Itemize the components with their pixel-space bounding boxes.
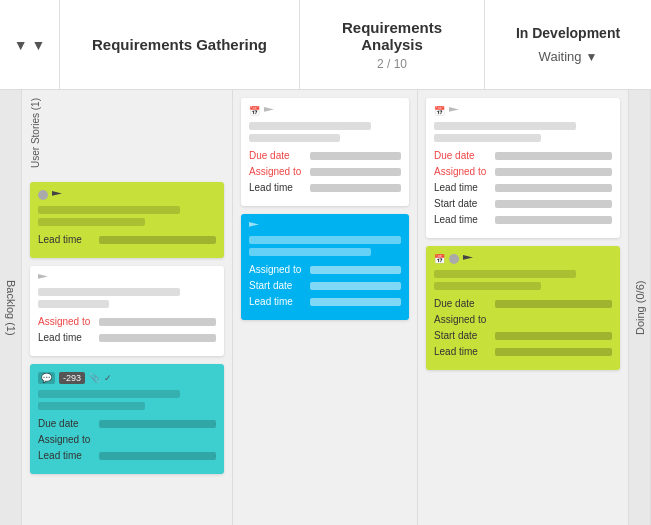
card-1-title-line — [38, 206, 180, 214]
card-4-lead-time: Lead time — [249, 182, 401, 193]
assigned-values-3 — [99, 437, 216, 443]
assigned-value-6 — [495, 168, 612, 176]
lead-time-label: Lead time — [38, 234, 93, 245]
flag7-icon — [463, 255, 473, 263]
start-date-value-7 — [495, 332, 612, 340]
assigned-label-2: Assigned to — [38, 316, 93, 327]
card-6-start-date: Start date — [434, 198, 612, 209]
card-1-lead-time: Lead time — [38, 234, 216, 245]
assigned-label-3: Assigned to — [38, 434, 93, 445]
card-5-assigned: Assigned to — [249, 264, 401, 275]
lead-time-value-4 — [310, 184, 401, 192]
lead-time-value-3 — [99, 452, 216, 460]
due-date-label-3: Due date — [38, 418, 93, 429]
lead-time-label-6b: Lead time — [434, 214, 489, 225]
due-date-label-6: Due date — [434, 150, 489, 161]
card-3-badge: -293 — [59, 372, 85, 384]
start-date-label-6: Start date — [434, 198, 489, 209]
card-4-line1 — [249, 122, 371, 130]
card-7-lead-time: Lead time — [434, 346, 612, 357]
card-5-line1 — [249, 236, 401, 244]
card-3-lead-time: Lead time — [38, 450, 216, 461]
card-5-line2 — [249, 248, 371, 256]
card-6[interactable]: 📅 Due date Assigned to Lead time Start d… — [426, 98, 620, 238]
card-6-lead-time: Lead time — [434, 182, 612, 193]
start-date-label-7: Start date — [434, 330, 489, 341]
card-6-header: 📅 — [434, 106, 612, 116]
start-date-label-5: Start date — [249, 280, 304, 291]
lead-time-value-2 — [99, 334, 216, 342]
flag5-icon — [249, 222, 259, 230]
chevron-left-icon[interactable]: ▼ — [14, 37, 28, 53]
col1-header: Requirements Gathering — [60, 0, 300, 89]
card-3[interactable]: 💬 -293 📎 ✓ Due date Assigned to Le — [30, 364, 224, 474]
card-4-assigned: Assigned to — [249, 166, 401, 177]
card-6-line1 — [434, 122, 576, 130]
flag4-icon — [264, 107, 274, 115]
card-7-due-date: Due date — [434, 298, 612, 309]
bulb7-icon — [449, 254, 459, 264]
card-7-header: 📅 — [434, 254, 612, 264]
assigned-value-5 — [310, 266, 401, 274]
header-chevrons[interactable]: ▼ ▼ — [0, 0, 60, 89]
card-3-subtitle-line — [38, 402, 145, 410]
col3-waiting-label: Waiting — [539, 49, 582, 64]
card-5-header — [249, 222, 401, 230]
due-date-value-3 — [99, 420, 216, 428]
comment-icon: 💬 — [38, 372, 55, 384]
col2-subtitle: 2 / 10 — [377, 57, 407, 71]
assigned-label-4: Assigned to — [249, 166, 304, 177]
lead-time-label-5: Lead time — [249, 296, 304, 307]
card-3-assigned: Assigned to — [38, 434, 216, 445]
backlog-label: Backlog (1) — [5, 280, 17, 336]
lead-time-label-6: Lead time — [434, 182, 489, 193]
card-1-header — [38, 190, 216, 200]
card-2-assigned: Assigned to — [38, 316, 216, 327]
kanban-body: Backlog (1) User Stories (1) Lead time — [0, 90, 651, 525]
assigned-label-5: Assigned to — [249, 264, 304, 275]
bulb-icon — [38, 190, 48, 200]
lead-time-value-6b — [495, 216, 612, 224]
lead-time-value-7 — [495, 348, 612, 356]
assigned-label-6: Assigned to — [434, 166, 489, 177]
card-4[interactable]: 📅 Due date Assigned to Lead time — [241, 98, 409, 206]
col3-header: In Development Waiting ▼ — [485, 0, 651, 89]
col1-lane: User Stories (1) Lead time Assigned to — [22, 90, 233, 525]
assigned-value-2 — [99, 318, 216, 326]
assigned-values-7 — [495, 318, 612, 321]
chevron-right-icon[interactable]: ▼ — [32, 37, 46, 53]
card-2-header — [38, 274, 216, 282]
flag-icon — [52, 191, 62, 199]
card-6-assigned: Assigned to — [434, 166, 612, 177]
card-5-lead-time: Lead time — [249, 296, 401, 307]
assigned-label-7: Assigned to — [434, 314, 489, 325]
col3-chevron-icon[interactable]: ▼ — [585, 50, 597, 64]
col3-status: In Development — [516, 25, 620, 41]
lead-time-value-5 — [310, 298, 401, 306]
card-3-due-date: Due date — [38, 418, 216, 429]
due-date-label-7: Due date — [434, 298, 489, 309]
card-7-line2 — [434, 282, 541, 290]
col2-lane: 📅 Due date Assigned to Lead time — [233, 90, 418, 525]
due-date-value-6 — [495, 152, 612, 160]
start-date-value-6 — [495, 200, 612, 208]
card-7-line1 — [434, 270, 576, 278]
card-6-lead-time2: Lead time — [434, 214, 612, 225]
lead-time-label-3: Lead time — [38, 450, 93, 461]
card-1[interactable]: Lead time — [30, 182, 224, 258]
card-6-due-date: Due date — [434, 150, 612, 161]
card-2-lead-time: Lead time — [38, 332, 216, 343]
card-7-start-date: Start date — [434, 330, 612, 341]
backlog-side-label: Backlog (1) — [0, 90, 22, 525]
card-5[interactable]: Assigned to Start date Lead time — [241, 214, 409, 320]
card-4-line2 — [249, 134, 340, 142]
col2-title: Requirements Analysis — [312, 19, 472, 53]
lead-time-value — [99, 236, 216, 244]
checkmark-icon: ✓ — [104, 373, 112, 383]
doing-side-label: Doing (0/6) — [629, 90, 651, 525]
card-2[interactable]: Assigned to Lead time — [30, 266, 224, 356]
assigned-value-4 — [310, 168, 401, 176]
flag2-icon — [38, 274, 48, 282]
card-7[interactable]: 📅 Due date Assigned to Start date — [426, 246, 620, 370]
flag6-icon — [449, 107, 459, 115]
